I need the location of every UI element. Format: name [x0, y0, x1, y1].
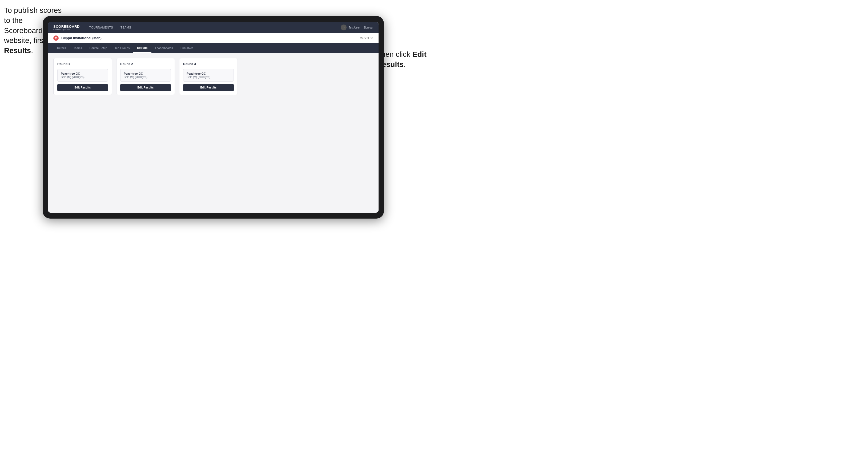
- instruction-left-suffix: .: [31, 46, 33, 55]
- sign-out-link[interactable]: Sign out: [363, 26, 373, 29]
- tab-leaderboards[interactable]: Leaderboards: [151, 43, 177, 53]
- tablet-screen: SCOREBOARD Powered by clippd TOURNAMENTS…: [48, 22, 378, 213]
- round-2-tee-info: Gold (M) (7010 yds): [124, 76, 167, 79]
- tournament-header: C Clippd Invitational (Men) Cancel ✕: [48, 33, 378, 43]
- round-1-course-card: Peachtree GC Gold (M) (7010 yds): [57, 69, 108, 82]
- instruction-right-suffix: .: [404, 60, 406, 68]
- user-avatar: U: [341, 25, 347, 30]
- instruction-results-bold: Results: [4, 46, 31, 55]
- logo-title: SCOREBOARD: [53, 25, 80, 29]
- tab-tee-groups[interactable]: Tee Groups: [111, 43, 133, 53]
- cancel-label: Cancel: [360, 36, 369, 40]
- nav-tournaments[interactable]: TOURNAMENTS: [86, 24, 116, 31]
- tournament-icon: C: [53, 35, 59, 41]
- tournament-name: Clippd Invitational (Men): [61, 36, 360, 40]
- round-3-course-name: Peachtree GC: [187, 72, 230, 75]
- tab-course-setup[interactable]: Course Setup: [86, 43, 111, 53]
- nav-teams[interactable]: TEAMS: [117, 24, 134, 31]
- round-1-tee-info: Gold (M) (7010 yds): [61, 76, 104, 79]
- tab-printables[interactable]: Printables: [177, 43, 197, 53]
- round-3-tee-info: Gold (M) (7010 yds): [187, 76, 230, 79]
- round-1-card: Round 1 Peachtree GC Gold (M) (7010 yds)…: [53, 58, 112, 95]
- round-1-course-name: Peachtree GC: [61, 72, 104, 75]
- edit-results-button-2[interactable]: Edit Results: [120, 84, 171, 91]
- main-content: Round 1 Peachtree GC Gold (M) (7010 yds)…: [48, 53, 378, 213]
- round-2-title: Round 2: [120, 62, 171, 66]
- scoreboard-logo: SCOREBOARD Powered by clippd: [53, 25, 80, 30]
- edit-results-button-3[interactable]: Edit Results: [183, 84, 234, 91]
- round-2-card: Round 2 Peachtree GC Gold (M) (7010 yds)…: [116, 58, 175, 95]
- round-3-card: Round 3 Peachtree GC Gold (M) (7010 yds)…: [179, 58, 238, 95]
- cancel-button[interactable]: Cancel ✕: [360, 36, 373, 40]
- nav-links: TOURNAMENTS TEAMS: [86, 24, 341, 31]
- nav-right: U Test User | Sign out: [341, 25, 373, 30]
- tablet-shell: SCOREBOARD Powered by clippd TOURNAMENTS…: [43, 16, 384, 219]
- tab-teams[interactable]: Teams: [70, 43, 86, 53]
- tab-details[interactable]: Details: [53, 43, 70, 53]
- cancel-icon: ✕: [370, 36, 373, 40]
- round-3-title: Round 3: [183, 62, 234, 66]
- nav-user-text: Test User |: [349, 26, 362, 29]
- tab-bar: Details Teams Course Setup Tee Groups Re…: [48, 43, 378, 53]
- round-2-course-card: Peachtree GC Gold (M) (7010 yds): [120, 69, 171, 82]
- edit-results-button-1[interactable]: Edit Results: [57, 84, 108, 91]
- round-1-title: Round 1: [57, 62, 108, 66]
- instruction-right: Then click Edit Results.: [377, 49, 430, 69]
- logo-subtitle: Powered by clippd: [53, 29, 80, 30]
- tab-results[interactable]: Results: [133, 43, 151, 53]
- rounds-grid: Round 1 Peachtree GC Gold (M) (7010 yds)…: [53, 58, 373, 95]
- round-2-course-name: Peachtree GC: [124, 72, 167, 75]
- top-nav: SCOREBOARD Powered by clippd TOURNAMENTS…: [48, 22, 378, 33]
- round-3-course-card: Peachtree GC Gold (M) (7010 yds): [183, 69, 234, 82]
